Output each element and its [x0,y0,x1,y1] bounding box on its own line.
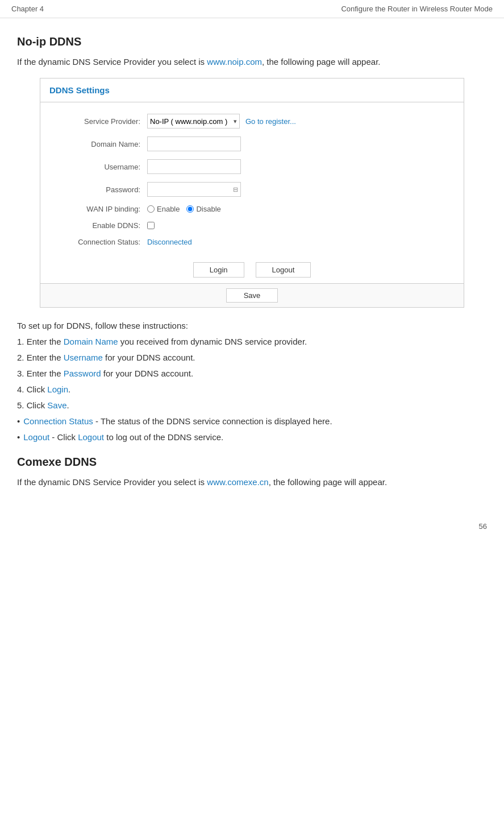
ddns-form: Service Provider: No-IP ( www.noip.com )… [40,102,464,283]
login-logout-row: Login Logout [40,254,464,283]
login-button[interactable]: Login [193,262,244,278]
step1: 1. Enter the Domain Name you received fr… [17,335,487,349]
connection-status-link[interactable]: Connection Status [23,416,93,426]
wan-ip-disable-radio[interactable] [186,205,194,213]
connection-status-label: Connection Status: [49,238,140,246]
password-input[interactable] [147,182,241,197]
password-input-wrapper: ⊟ [147,182,241,197]
wan-ip-label: WAN IP binding: [49,205,140,213]
chapter-label: Chapter 4 [11,5,44,13]
step2: 2. Enter the Username for your DDNS acco… [17,351,487,365]
password-link[interactable]: Password [64,369,101,378]
username-input[interactable] [147,159,241,174]
instructions-section: To set up for DDNS, follow these instruc… [17,319,487,444]
wan-ip-row: WAN IP binding: Enable Disable [40,205,464,213]
go-register-link[interactable]: Go to register... [245,117,296,126]
page-number: 56 [479,522,487,531]
bullet1: • Connection Status - The status of the … [17,415,487,428]
instructions-heading: To set up for DDNS, follow these instruc… [17,319,487,333]
login-link[interactable]: Login [47,384,68,394]
logout-action-link[interactable]: Logout [78,432,104,442]
service-provider-select[interactable]: No-IP ( www.noip.com ) [147,114,240,129]
noip-intro: If the dynamic DNS Service Provider you … [17,55,487,69]
service-provider-row: Service Provider: No-IP ( www.noip.com )… [40,114,464,129]
enable-ddns-checkbox[interactable] [147,222,155,229]
connection-status-control: Disconnected [147,238,192,246]
domain-name-link[interactable]: Domain Name [64,337,118,346]
logout-button[interactable]: Logout [256,262,311,278]
password-icon: ⊟ [233,186,238,193]
enable-ddns-control [147,222,155,229]
noip-ddns-heading: No-ip DDNS [17,35,487,48]
connection-status-row: Connection Status: Disconnected [40,238,464,246]
domain-name-input[interactable] [147,136,241,151]
bullet2: • Logout - Click Logout to log out of th… [17,431,487,444]
service-provider-control: No-IP ( www.noip.com ) Go to register... [147,114,296,129]
page-footer: 56 [0,518,504,535]
domain-name-row: Domain Name: [40,136,464,151]
comexe-intro: If the dynamic DNS Service Provider you … [17,475,487,489]
wan-ip-enable-radio[interactable] [147,205,155,213]
wan-ip-control: Enable Disable [147,205,221,213]
comexe-link[interactable]: www.comexe.cn [207,477,268,487]
service-provider-label: Service Provider: [49,117,140,126]
password-label: Password: [49,185,140,194]
connection-status-value: Disconnected [147,238,192,246]
password-row: Password: ⊟ [40,182,464,197]
username-link[interactable]: Username [64,353,103,362]
password-control: ⊟ [147,182,241,197]
enable-ddns-row: Enable DDNS: [40,221,464,230]
comexe-ddns-heading: Comexe DDNS [17,456,487,469]
save-row: Save [40,283,464,307]
logout-text-link[interactable]: Logout [23,432,49,442]
noip-link[interactable]: www.noip.com [207,57,262,67]
domain-name-control [147,136,241,151]
enable-ddns-label: Enable DDNS: [49,221,140,230]
username-label: Username: [49,163,140,171]
save-link[interactable]: Save [47,400,66,410]
ddns-settings-title: DDNS Settings [40,78,464,102]
wan-ip-disable-text: Disable [196,205,220,213]
step3: 3. Enter the Password for your DDNS acco… [17,367,487,380]
step5: 5. Click Save. [17,399,487,412]
username-control [147,159,241,174]
page-header: Chapter 4 Configure the Router in Wirele… [0,0,504,18]
username-row: Username: [40,159,464,174]
service-provider-select-wrapper[interactable]: No-IP ( www.noip.com ) [147,114,240,129]
chapter-title: Configure the Router in Wireless Router … [341,5,493,13]
wan-ip-enable-text: Enable [157,205,180,213]
wan-ip-disable-label[interactable]: Disable [186,205,220,213]
save-button[interactable]: Save [226,288,278,303]
wan-ip-enable-label[interactable]: Enable [147,205,180,213]
step4: 4. Click Login. [17,383,487,396]
ddns-settings-box: DDNS Settings Service Provider: No-IP ( … [40,78,464,308]
bullet2-dot: • [17,431,20,444]
domain-name-label: Domain Name: [49,140,140,148]
bullet1-dot: • [17,415,20,428]
